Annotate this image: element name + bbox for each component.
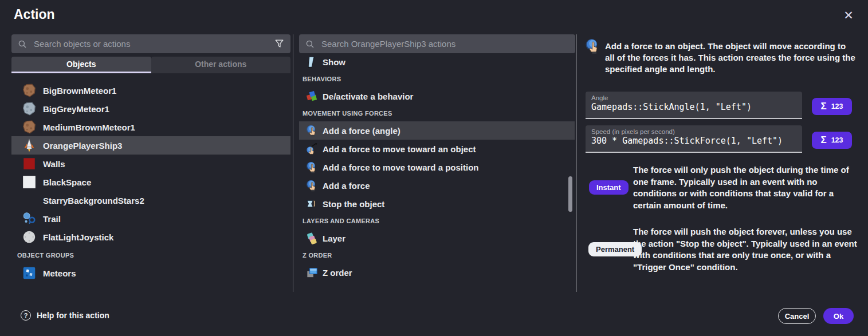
meteor-brown-icon	[22, 120, 37, 135]
speed-input[interactable]	[591, 136, 796, 146]
list-item-label: BigGreyMeteor1	[43, 104, 109, 114]
list-item-label: Meteors	[43, 268, 76, 278]
permanent-description: The force will push the object forever, …	[633, 226, 858, 273]
search-icon	[305, 39, 315, 49]
list-item-label: MediumBrownMeteor1	[43, 122, 135, 132]
list-item[interactable]: Z order	[299, 263, 575, 282]
angle-field-label: Angle	[591, 94, 796, 101]
list-item-label: BigBrownMeteor1	[43, 86, 116, 96]
action-list: ShowBEHAVIORSDe/activate a behaviorMOVEM…	[299, 53, 575, 292]
close-icon[interactable]: ✕	[840, 7, 857, 24]
instant-badge[interactable]: Instant	[589, 180, 629, 195]
list-item[interactable]: Add a force to move toward a position	[299, 158, 575, 176]
list-item[interactable]: BigBrownMeteor1	[11, 81, 290, 100]
left-panel-tabs: Objects Other actions	[11, 57, 290, 73]
ok-button[interactable]: Ok	[823, 308, 854, 324]
none	[22, 193, 37, 208]
force-icon	[584, 38, 602, 55]
search-icon	[17, 39, 28, 49]
filter-icon[interactable]	[274, 38, 285, 49]
panel-divider	[576, 34, 577, 292]
list-section-header: LAYERS AND CAMERAS	[299, 213, 575, 229]
force-icon	[305, 161, 319, 174]
object-search-bar	[11, 34, 290, 53]
sigma-icon: Σ	[820, 101, 826, 112]
meteor-group-icon	[22, 266, 37, 280]
list-item[interactable]: BigGreyMeteor1	[11, 100, 290, 118]
panel-divider	[293, 34, 293, 292]
list-item-label: Trail	[43, 214, 61, 224]
help-label: Help for this action	[37, 311, 109, 320]
list-item[interactable]: De/activate a behavior	[299, 87, 575, 105]
tab-objects[interactable]: Objects	[11, 57, 151, 73]
angle-expression-button[interactable]: Σ 123	[812, 98, 852, 115]
angle-input[interactable]	[591, 102, 796, 112]
list-item[interactable]: Meteors	[11, 264, 290, 282]
list-item-label: Stop the object	[323, 199, 384, 209]
page-title: Action	[14, 7, 55, 22]
action-search-input[interactable]	[320, 38, 569, 49]
list-item-label: Z order	[323, 268, 352, 278]
action-search-bar	[299, 34, 575, 53]
list-item-label: FlatLightJoystick	[43, 232, 113, 242]
list-item-label: Add a force to move toward a position	[323, 163, 479, 172]
list-item[interactable]: Stop the object	[299, 195, 575, 213]
tab-other-actions[interactable]: Other actions	[151, 57, 291, 73]
help-link[interactable]: ? Help for this action	[21, 310, 109, 321]
list-item[interactable]: BlackSpace	[11, 173, 290, 191]
behavior-icon	[305, 90, 319, 103]
stop-icon	[305, 197, 319, 211]
object-search-input[interactable]	[33, 38, 269, 49]
list-item-label: BlackSpace	[43, 177, 91, 187]
list-section-header: BEHAVIORS	[299, 71, 575, 87]
layer-icon	[305, 232, 319, 245]
angle-field[interactable]: Angle	[586, 92, 802, 119]
list-item[interactable]: MediumBrownMeteor1	[11, 118, 290, 136]
speed-expression-button[interactable]: Σ 123	[812, 132, 852, 149]
list-item-label: Add a force	[323, 181, 370, 191]
speed-field[interactable]: Speed (in pixels per second)	[586, 125, 802, 153]
help-icon: ?	[21, 310, 31, 321]
list-item-label: StarryBackgroundStars2	[43, 196, 144, 205]
action-description: Add a force to an object. The object wil…	[605, 41, 857, 75]
force-icon	[305, 124, 319, 137]
list-item-label: Show	[323, 57, 345, 67]
numbers-icon: 123	[831, 102, 843, 110]
force-icon	[305, 179, 319, 192]
list-item-label: Layer	[323, 234, 345, 243]
list-item-label: Add a force (angle)	[323, 126, 400, 136]
white-square-icon	[22, 175, 37, 189]
force-toward-object-icon	[305, 143, 319, 156]
object-list: BigBrownMeteor1BigGreyMeteor1MediumBrown…	[11, 81, 290, 292]
list-item[interactable]: Add a force (angle)	[299, 121, 575, 140]
list-item[interactable]: Show	[299, 53, 575, 71]
list-item-label: Walls	[43, 159, 65, 169]
list-item[interactable]: OrangePlayerShip3	[11, 136, 290, 155]
list-item[interactable]: StarryBackgroundStars2	[11, 191, 290, 209]
red-square-icon	[22, 156, 37, 171]
show-icon	[305, 56, 319, 69]
list-item[interactable]: Trail	[11, 209, 290, 228]
list-item[interactable]: Add a force	[299, 176, 575, 195]
numbers-icon: 123	[831, 136, 843, 144]
speed-field-label: Speed (in pixels per second)	[591, 128, 796, 135]
list-item[interactable]: Walls	[11, 155, 290, 173]
list-item-label: De/activate a behavior	[323, 92, 413, 101]
meteor-brown-icon	[22, 83, 37, 98]
list-item[interactable]: FlatLightJoystick	[11, 228, 290, 246]
list-section-header: MOVEMENT USING FORCES	[299, 105, 575, 121]
cancel-button[interactable]: Cancel	[778, 308, 816, 324]
zorder-icon	[305, 266, 319, 279]
meteor-grey-icon	[22, 101, 37, 116]
list-section-header: OBJECT GROUPS	[11, 246, 290, 264]
list-item[interactable]: Add a force to move toward an object	[299, 140, 575, 158]
list-item-label: Add a force to move toward an object	[323, 144, 476, 154]
instant-description: The force will only push the object duri…	[633, 164, 858, 211]
list-item[interactable]: Layer	[299, 229, 575, 247]
sigma-icon: Σ	[820, 135, 826, 146]
action-list-scrollbar[interactable]	[568, 176, 572, 212]
spaceship-icon	[22, 138, 37, 153]
trail-icon	[22, 211, 37, 226]
list-section-header: Z ORDER	[299, 247, 575, 263]
joystick-icon	[22, 230, 37, 244]
